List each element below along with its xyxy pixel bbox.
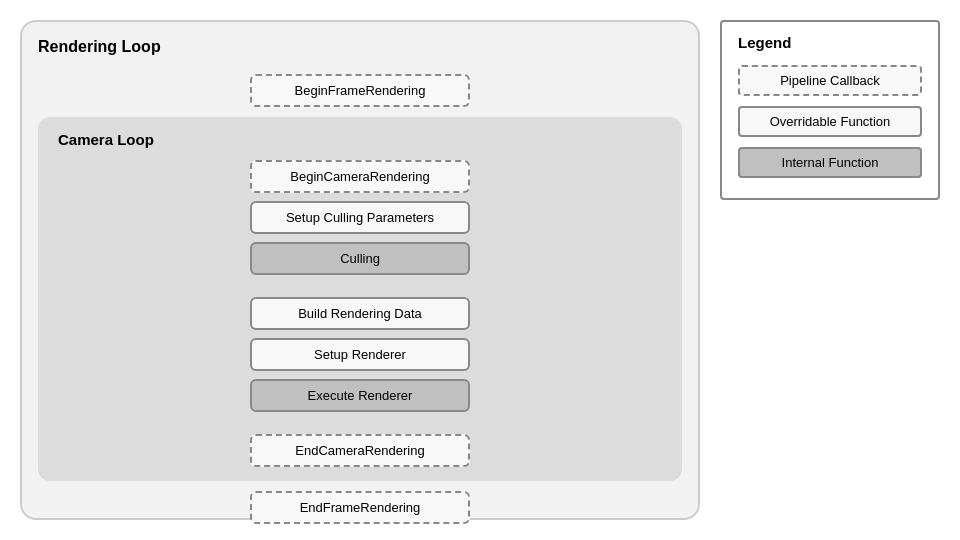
end-camera-rendering-label: EndCameraRendering [295, 443, 424, 458]
end-frame-rendering-label: EndFrameRendering [300, 500, 421, 515]
legend-overridable-function: Overridable Function [738, 106, 922, 137]
begin-frame-rendering-label: BeginFrameRendering [295, 83, 426, 98]
legend-internal-label: Internal Function [782, 155, 879, 170]
legend-title: Legend [738, 34, 922, 51]
legend-pipeline-callback: Pipeline Callback [738, 65, 922, 96]
build-rendering-box: Build Rendering Data [250, 297, 470, 330]
begin-camera-rendering-box: BeginCameraRendering [250, 160, 470, 193]
execute-renderer-label: Execute Renderer [308, 388, 413, 403]
rendering-loop-box: Rendering Loop BeginFrameRendering Camer… [20, 20, 700, 520]
page-container: Rendering Loop BeginFrameRendering Camer… [0, 0, 960, 540]
culling-box: Culling [250, 242, 470, 275]
camera-loop-title: Camera Loop [58, 131, 154, 148]
legend-overridable-label: Overridable Function [770, 114, 891, 129]
legend-pipeline-label: Pipeline Callback [780, 73, 880, 88]
setup-culling-box: Setup Culling Parameters [250, 201, 470, 234]
execute-renderer-box: Execute Renderer [250, 379, 470, 412]
begin-camera-rendering-label: BeginCameraRendering [290, 169, 429, 184]
rendering-loop-title: Rendering Loop [38, 38, 161, 56]
end-frame-rendering-box: EndFrameRendering [250, 491, 470, 524]
legend-box: Legend Pipeline Callback Overridable Fun… [720, 20, 940, 200]
setup-culling-label: Setup Culling Parameters [286, 210, 434, 225]
setup-renderer-label: Setup Renderer [314, 347, 406, 362]
culling-label: Culling [340, 251, 380, 266]
setup-renderer-box: Setup Renderer [250, 338, 470, 371]
camera-loop-box: Camera Loop BeginCameraRendering Setup C… [38, 117, 682, 481]
legend-internal-function: Internal Function [738, 147, 922, 178]
begin-frame-rendering-box: BeginFrameRendering [250, 74, 470, 107]
build-rendering-label: Build Rendering Data [298, 306, 422, 321]
end-camera-rendering-box: EndCameraRendering [250, 434, 470, 467]
